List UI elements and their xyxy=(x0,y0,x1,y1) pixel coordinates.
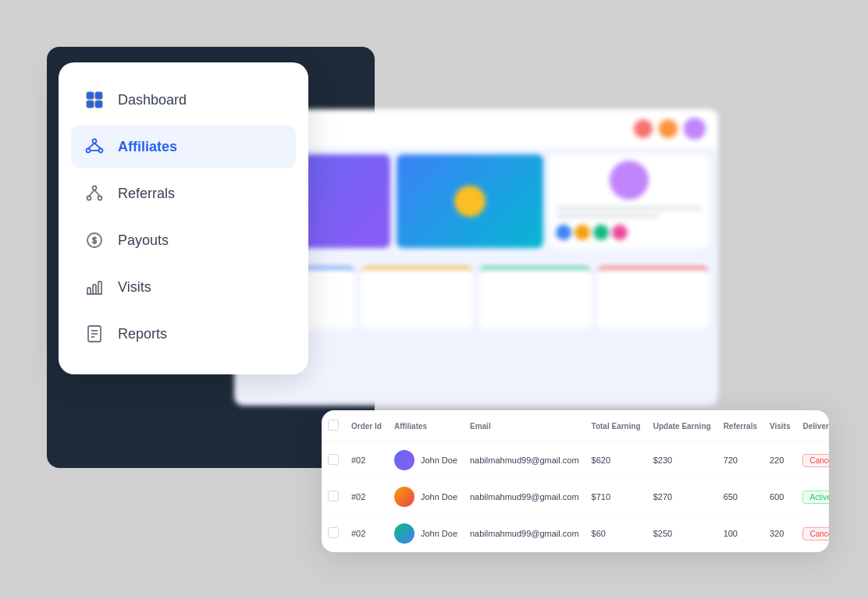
row-checkbox[interactable] xyxy=(328,454,339,465)
reports-icon xyxy=(84,323,105,345)
referrals: 650 xyxy=(717,479,763,516)
affiliates-table: Order Id Affiliates Email Total Earning … xyxy=(322,410,829,552)
payouts-icon: $ xyxy=(84,229,105,251)
svg-rect-3 xyxy=(95,101,102,108)
svg-rect-16 xyxy=(93,285,96,294)
order-id: #02 xyxy=(345,442,388,479)
visits: 220 xyxy=(763,442,797,479)
col-delivery-status: Delivery Status xyxy=(796,410,829,442)
col-visits: Visits xyxy=(763,410,797,442)
affiliates-label: Affiliates xyxy=(118,139,177,155)
visits: 320 xyxy=(763,516,797,552)
status: Cancelled xyxy=(796,516,829,552)
status: Active xyxy=(796,479,829,516)
affiliate-name: John Doe xyxy=(388,479,464,516)
update-earning: $230 xyxy=(647,442,717,479)
total-earning: $710 xyxy=(585,479,647,516)
referrals-icon xyxy=(84,183,105,204)
email: nabilmahmud99@gmail.com xyxy=(464,442,585,479)
status-badge: Active xyxy=(802,491,829,504)
avatar xyxy=(394,523,414,544)
svg-rect-2 xyxy=(87,101,94,108)
col-email: Email xyxy=(464,410,585,442)
sidebar-menu: Dashboard Affiliates Refe xyxy=(59,62,308,374)
table-row: #02 John Doe nabilmahmud99@gmail.com $60… xyxy=(322,516,829,552)
table-container: Order Id Affiliates Email Total Earning … xyxy=(322,410,829,552)
row-checkbox[interactable] xyxy=(328,491,339,502)
svg-rect-15 xyxy=(87,288,91,294)
col-affiliates: Affiliates xyxy=(388,410,464,442)
referrals: 100 xyxy=(717,516,763,552)
svg-rect-17 xyxy=(98,282,101,294)
svg-rect-1 xyxy=(95,92,102,99)
order-id: #02 xyxy=(345,479,388,516)
dashboard-label: Dashboard xyxy=(118,92,187,108)
col-referrals: Referrals xyxy=(717,410,763,442)
email: nabilmahmud99@gmail.com xyxy=(464,479,585,516)
table-header-row: Order Id Affiliates Email Total Earning … xyxy=(322,410,829,442)
header-checkbox[interactable] xyxy=(328,420,339,431)
sidebar-item-payouts[interactable]: $ Payouts xyxy=(71,218,296,262)
avatar xyxy=(394,450,414,470)
col-checkbox xyxy=(322,410,345,442)
svg-line-7 xyxy=(88,144,94,149)
svg-point-6 xyxy=(99,149,103,153)
status-badge: Cancelled xyxy=(802,527,829,541)
visits-label: Visits xyxy=(118,279,151,296)
total-earning: $620 xyxy=(585,442,647,479)
table-row: #02 John Doe nabilmahmud99@gmail.com $71… xyxy=(322,479,829,516)
reports-label: Reports xyxy=(118,326,167,342)
svg-point-12 xyxy=(98,197,102,200)
svg-point-4 xyxy=(93,140,97,144)
visits-icon xyxy=(84,276,105,298)
affiliate-name: John Doe xyxy=(388,516,464,552)
total-earning: $60 xyxy=(585,516,647,552)
status: Cancelled xyxy=(796,442,829,479)
avatar xyxy=(394,487,414,507)
row-checkbox-cell xyxy=(322,516,345,552)
update-earning: $250 xyxy=(647,516,717,552)
svg-rect-0 xyxy=(87,92,94,99)
status-badge: Cancelled xyxy=(802,454,829,467)
col-update-earning: Update Earning xyxy=(647,410,717,442)
referrals: 720 xyxy=(717,442,763,479)
update-earning: $270 xyxy=(647,479,717,516)
col-order-id: Order Id xyxy=(345,410,388,442)
sidebar-item-reports[interactable]: Reports xyxy=(71,312,296,356)
affiliate-name: John Doe xyxy=(388,442,464,479)
order-id: #02 xyxy=(345,516,388,552)
svg-point-11 xyxy=(87,197,91,200)
table-row: #02 John Doe nabilmahmud99@gmail.com $62… xyxy=(322,442,829,479)
sidebar-item-referrals[interactable]: Referrals xyxy=(71,172,296,215)
col-total-earning: Total Earning xyxy=(585,410,647,442)
row-checkbox[interactable] xyxy=(328,527,339,538)
payouts-label: Payouts xyxy=(118,232,169,249)
svg-line-8 xyxy=(94,144,101,149)
dashboard-icon xyxy=(84,89,105,111)
sidebar-item-visits[interactable]: Visits xyxy=(71,265,296,309)
email: nabilmahmud99@gmail.com xyxy=(464,516,585,552)
visits: 600 xyxy=(763,479,797,516)
svg-point-5 xyxy=(87,149,91,153)
svg-point-10 xyxy=(93,186,97,190)
affiliates-icon xyxy=(84,136,105,158)
row-checkbox-cell xyxy=(322,479,345,516)
svg-text:$: $ xyxy=(92,236,97,245)
affiliates-table-card: Order Id Affiliates Email Total Earning … xyxy=(322,410,829,552)
sidebar-item-dashboard[interactable]: Dashboard xyxy=(71,78,296,122)
referrals-label: Referrals xyxy=(118,186,175,202)
row-checkbox-cell xyxy=(322,442,345,479)
sidebar-item-affiliates[interactable]: Affiliates xyxy=(71,125,296,168)
